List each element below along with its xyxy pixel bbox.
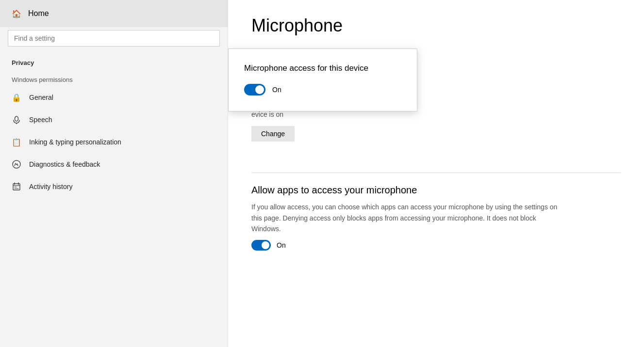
popup-toggle-knob [255, 85, 264, 94]
apps-toggle[interactable] [251, 240, 271, 251]
home-label: Home [28, 9, 49, 18]
sidebar-item-label: Inking & typing personalization [29, 138, 121, 146]
sidebar-item-speech[interactable]: Speech [0, 109, 228, 131]
sidebar-item-inking[interactable]: 📋 Inking & typing personalization [0, 131, 228, 153]
popup-toggle[interactable] [244, 84, 265, 95]
section2-desc: If you allow access, you can choose whic… [251, 202, 562, 234]
clipboard-icon: 📋 [12, 137, 21, 147]
privacy-section-label: Privacy [0, 54, 228, 69]
sidebar-item-label: Speech [29, 116, 52, 124]
sidebar-item-label: Diagnostics & feedback [29, 160, 100, 168]
main-content: Microphone microphone on this device ing… [228, 0, 644, 347]
windows-permissions-label: Windows permissions [0, 69, 228, 86]
microphone-access-popup: Microphone access for this device On [228, 48, 417, 111]
lock-icon: 🔒 [12, 93, 21, 102]
apps-toggle-row: On [251, 240, 621, 251]
popup-toggle-label: On [272, 86, 281, 94]
change-button[interactable]: Change [251, 126, 295, 142]
sidebar: 🏠 Home Privacy Windows permissions 🔒 Gen… [0, 0, 228, 347]
section2-heading: Allow apps to access your microphone [251, 185, 621, 196]
search-container [8, 30, 220, 47]
apps-toggle-knob [262, 241, 269, 249]
section-divider [251, 173, 621, 173]
home-icon: 🏠 [12, 9, 21, 18]
speech-icon [12, 115, 21, 125]
search-input[interactable] [8, 30, 220, 47]
sidebar-item-home[interactable]: 🏠 Home [0, 0, 228, 27]
sidebar-item-label: General [29, 94, 53, 101]
sidebar-item-activity[interactable]: Activity history [0, 175, 228, 198]
diagnostics-icon [12, 159, 21, 169]
sidebar-item-general[interactable]: 🔒 General [0, 86, 228, 109]
device-status-text: evice is on [251, 110, 621, 118]
activity-icon [12, 182, 21, 191]
sidebar-item-diagnostics[interactable]: Diagnostics & feedback [0, 153, 228, 175]
sidebar-item-label: Activity history [29, 183, 72, 190]
popup-toggle-row: On [244, 84, 401, 95]
svg-point-0 [15, 116, 18, 121]
popup-title: Microphone access for this device [244, 63, 401, 74]
page-title: Microphone [251, 16, 621, 36]
apps-toggle-label: On [277, 241, 286, 249]
